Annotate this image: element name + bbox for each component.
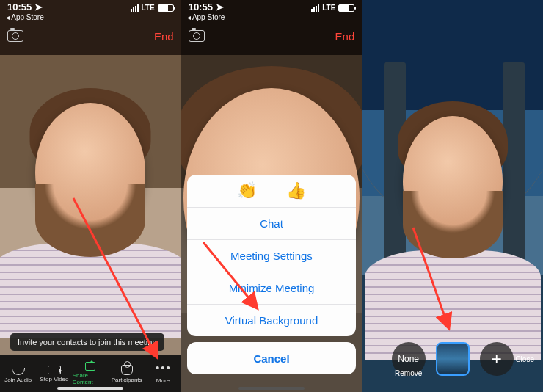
share-icon <box>85 362 95 371</box>
more-icon: ••• <box>156 364 170 376</box>
invite-toast: Invite your contacts to join this meetin… <box>10 333 164 351</box>
meeting-settings-button[interactable]: Meeting Settings <box>187 239 357 272</box>
person-icon <box>121 365 133 375</box>
headphones-icon <box>12 368 25 375</box>
signal-icon <box>311 4 319 12</box>
more-button[interactable]: ••• More <box>145 355 181 392</box>
bg-option-bridge[interactable] <box>436 342 470 376</box>
screen-meeting: 10:55 ➤ ◂ App Store LTE End Invite your … <box>0 0 181 392</box>
cancel-button[interactable]: Cancel <box>187 342 357 374</box>
switch-camera-icon[interactable] <box>189 30 205 42</box>
thumbs-up-reaction[interactable]: 👍 <box>286 181 306 200</box>
location-icon: ➤ <box>34 1 43 12</box>
home-indicator[interactable] <box>57 387 123 390</box>
battery-icon <box>158 4 174 12</box>
virtual-background-button[interactable]: Virtual Background <box>187 304 357 336</box>
screen-virtual-background: None Remove + Close <box>362 0 543 392</box>
status-bar: 10:55 ➤ ◂ App Store LTE <box>181 0 362 22</box>
battery-icon <box>338 4 354 12</box>
back-to-app[interactable]: ◂ App Store <box>6 13 44 21</box>
remove-label: Remove <box>395 369 422 377</box>
status-bar: 10:55 ➤ ◂ App Store LTE <box>0 0 181 22</box>
end-button[interactable]: End <box>335 30 355 43</box>
switch-camera-icon[interactable] <box>7 30 23 42</box>
video-icon <box>48 366 61 374</box>
end-button[interactable]: End <box>154 30 174 43</box>
join-audio-button[interactable]: Join Audio <box>0 355 36 392</box>
chat-button[interactable]: Chat <box>187 207 357 239</box>
screen-more-menu: 10:55 ➤ ◂ App Store LTE End 👏 👍 Chat Mee… <box>181 0 362 392</box>
minimize-meeting-button[interactable]: Minimize Meeting <box>187 272 357 304</box>
close-button[interactable]: Close <box>515 355 534 363</box>
bg-option-add[interactable]: + <box>480 342 514 376</box>
location-icon: ➤ <box>216 1 224 12</box>
reactions-row: 👏 👍 <box>187 175 357 207</box>
home-indicator[interactable] <box>238 387 305 390</box>
clap-reaction[interactable]: 👏 <box>237 181 257 200</box>
background-dock: None Remove + Close <box>362 333 543 385</box>
action-sheet: 👏 👍 Chat Meeting Settings Minimize Meeti… <box>187 175 357 380</box>
back-to-app[interactable]: ◂ App Store <box>187 13 225 21</box>
signal-icon <box>131 4 139 12</box>
